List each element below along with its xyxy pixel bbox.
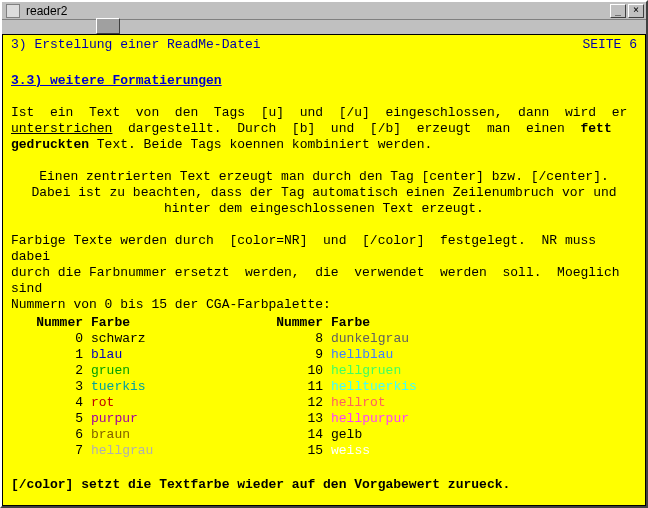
content-pane: 3) Erstellung einer ReadMe-Datei SEITE 6… [2, 34, 646, 506]
cell-num: 5 [31, 411, 91, 427]
cell-color: hellpurpur [331, 411, 451, 427]
closing-line: [/color] setzt die Textfarbe wieder auf … [11, 477, 510, 492]
table-row: 3tuerkis11helltuerkis [31, 379, 451, 395]
cell-num: 3 [31, 379, 91, 395]
table-row: 0schwarz8dunkelgrau [31, 331, 451, 347]
header-page: SEITE 6 [582, 37, 637, 53]
cell-color: hellblau [331, 347, 451, 363]
color-table: Nummer Farbe Nummer Farbe 0schwarz8dunke… [31, 315, 451, 459]
tab-bar [2, 20, 646, 34]
cell-num: 6 [31, 427, 91, 443]
p1-l2a: dargestellt. Durch [b] und [/b] erzeugt … [112, 121, 580, 136]
p1-l1: Ist ein Text von den Tags [u] und [/u] e… [11, 105, 627, 120]
closing-text: [/color] setzt die Textfarbe wieder auf … [3, 459, 645, 506]
col-number: Nummer [31, 315, 91, 331]
col-color2: Farbe [331, 315, 451, 331]
tab-indicator[interactable] [96, 18, 120, 34]
cell-color: rot [91, 395, 211, 411]
col-number2: Nummer [271, 315, 331, 331]
p3-l2: durch die Farbnummer ersetzt werden, die… [11, 265, 627, 296]
cell-num: 9 [271, 347, 331, 363]
app-window: reader2 _ × 3) Erstellung einer ReadMe-D… [0, 0, 648, 508]
p2-l3: hinter dem eingeschlossenen Text erzeugt… [164, 201, 484, 216]
cell-num: 7 [31, 443, 91, 459]
cell-num: 10 [271, 363, 331, 379]
cell-color: weiss [331, 443, 451, 459]
col-color: Farbe [91, 315, 211, 331]
cell-num: 14 [271, 427, 331, 443]
table-row: 4rot12hellrot [31, 395, 451, 411]
p1-l3a: Text. Beide Tags koennen kombiniert werd… [89, 137, 432, 152]
table-row: 2gruen10hellgruen [31, 363, 451, 379]
window-title: reader2 [24, 4, 610, 18]
cell-num: 8 [271, 331, 331, 347]
p3-l1: Farbige Texte werden durch [color=NR] un… [11, 233, 604, 264]
p2-l1: Einen zentrierten Text erzeugt man durch… [39, 169, 609, 184]
table-row: 5purpur13hellpurpur [31, 411, 451, 427]
app-icon [6, 4, 20, 18]
cell-color: schwarz [91, 331, 211, 347]
cell-color: purpur [91, 411, 211, 427]
cell-color: blau [91, 347, 211, 363]
cell-num: 11 [271, 379, 331, 395]
body-text: 3.3) weitere Formatierungen Ist ein Text… [3, 55, 645, 313]
para2: Einen zentrierten Text erzeugt man durch… [11, 153, 637, 217]
header-title: 3) Erstellung einer ReadMe-Datei [11, 37, 582, 53]
cell-num: 15 [271, 443, 331, 459]
cell-num: 1 [31, 347, 91, 363]
table-row: 6braun14gelb [31, 427, 451, 443]
cell-num: 2 [31, 363, 91, 379]
p1-underline: unterstrichen [11, 121, 112, 136]
p1-bold1: fett [581, 121, 612, 136]
page-header: 3) Erstellung einer ReadMe-Datei SEITE 6 [3, 35, 645, 55]
table-header: Nummer Farbe Nummer Farbe [31, 315, 451, 331]
cell-num: 0 [31, 331, 91, 347]
cell-color: gelb [331, 427, 451, 443]
cell-color: gruen [91, 363, 211, 379]
cell-color: hellrot [331, 395, 451, 411]
p1-bold2: gedruckten [11, 137, 89, 152]
close-button[interactable]: × [628, 4, 644, 18]
section-heading: 3.3) weitere Formatierungen [11, 73, 222, 88]
cell-num: 12 [271, 395, 331, 411]
cell-color: hellgruen [331, 363, 451, 379]
table-row: 1blau9hellblau [31, 347, 451, 363]
p3-l3: Nummern von 0 bis 15 der CGA-Farbpalette… [11, 297, 331, 312]
p2-l2: Dabei ist zu beachten, dass der Tag auto… [31, 185, 616, 200]
cell-color: dunkelgrau [331, 331, 451, 347]
cell-num: 4 [31, 395, 91, 411]
cell-color: hellgrau [91, 443, 211, 459]
cell-color: helltuerkis [331, 379, 451, 395]
cell-color: braun [91, 427, 211, 443]
cell-num: 13 [271, 411, 331, 427]
minimize-button[interactable]: _ [610, 4, 626, 18]
table-row: 7hellgrau15weiss [31, 443, 451, 459]
cell-color: tuerkis [91, 379, 211, 395]
